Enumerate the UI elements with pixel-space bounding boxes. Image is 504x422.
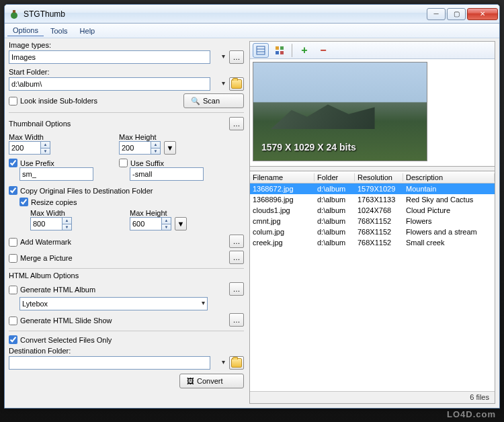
scan-icon: 🔍 bbox=[191, 97, 200, 106]
lytebox-combo[interactable]: Lytebox bbox=[19, 297, 208, 310]
maximize-button[interactable]: ▢ bbox=[447, 8, 466, 20]
col-filename[interactable]: Filename bbox=[250, 173, 314, 181]
cell-resolution: 768X1152 bbox=[355, 228, 403, 236]
table-row[interactable]: colum.jpgd:\album768X1152Flowers and a s… bbox=[250, 226, 495, 237]
file-list[interactable]: Filename Folder Resolution Description 1… bbox=[250, 171, 495, 391]
spin-up-icon[interactable]: ▲ bbox=[41, 141, 50, 148]
spin-down-icon[interactable]: ▼ bbox=[151, 148, 161, 155]
image-types-combo[interactable]: Images bbox=[9, 50, 210, 64]
watermark-more-button[interactable]: … bbox=[229, 235, 244, 248]
preview-thumbnail: 1579 X 1029 X 24 bits bbox=[253, 62, 427, 161]
look-inside-label: Look inside Sub-folders bbox=[20, 97, 97, 105]
titlebar: STGThumb ─ ▢ ✕ bbox=[5, 5, 499, 24]
copy-max-width-spinner[interactable]: ▲▼ bbox=[30, 217, 72, 230]
app-window: STGThumb ─ ▢ ✕ Options Tools Help Image … bbox=[4, 4, 500, 409]
copy-original-checkbox[interactable] bbox=[9, 186, 17, 195]
view-thumbnails-button[interactable] bbox=[271, 43, 288, 58]
cell-description: Mountain bbox=[403, 185, 495, 193]
app-icon bbox=[9, 9, 19, 19]
thumb-max-width-spinner[interactable]: ▲▼ bbox=[9, 141, 50, 155]
convert-icon: 🖼 bbox=[187, 377, 194, 385]
copy-max-height-spinner[interactable]: ▲▼ bbox=[130, 217, 171, 230]
html-slide-more-button[interactable]: … bbox=[229, 313, 244, 327]
convert-button-label: Convert bbox=[197, 377, 223, 385]
cell-folder: d:\album bbox=[314, 239, 355, 247]
start-folder-combo[interactable]: d:\album\ bbox=[9, 77, 210, 91]
image-types-more-button[interactable]: … bbox=[229, 50, 244, 64]
spin-down-icon[interactable]: ▼ bbox=[162, 224, 171, 231]
minimize-button[interactable]: ─ bbox=[427, 8, 446, 20]
resize-copies-checkbox[interactable] bbox=[19, 198, 28, 206]
add-watermark-label: Add Watermark bbox=[20, 238, 71, 246]
copy-height-dropdown-button[interactable]: ▼ bbox=[175, 217, 187, 230]
folder-icon bbox=[231, 79, 242, 89]
menu-help[interactable]: Help bbox=[75, 26, 101, 36]
svg-rect-5 bbox=[276, 46, 279, 50]
scan-button[interactable]: 🔍 Scan bbox=[183, 93, 244, 108]
cell-folder: d:\album bbox=[314, 217, 355, 225]
convert-selected-checkbox[interactable] bbox=[9, 335, 17, 344]
browse-start-folder-button[interactable] bbox=[229, 77, 244, 91]
window-title: STGThumb bbox=[24, 9, 425, 19]
svg-rect-8 bbox=[280, 51, 284, 54]
view-details-button[interactable] bbox=[253, 43, 269, 58]
spin-up-icon[interactable]: ▲ bbox=[62, 217, 72, 224]
col-folder[interactable]: Folder bbox=[314, 173, 355, 181]
spin-up-icon[interactable]: ▲ bbox=[162, 217, 171, 224]
copy-max-height-label: Max Height bbox=[130, 209, 167, 217]
use-suffix-checkbox[interactable] bbox=[119, 159, 128, 167]
spin-up-icon[interactable]: ▲ bbox=[151, 141, 161, 148]
use-prefix-checkbox[interactable] bbox=[9, 159, 17, 167]
cell-folder: d:\album bbox=[314, 185, 355, 193]
col-resolution[interactable]: Resolution bbox=[355, 173, 403, 181]
thumb-max-height-spinner[interactable]: ▲▼ bbox=[119, 141, 161, 155]
menu-options[interactable]: Options bbox=[7, 25, 44, 36]
thumb-max-height-input[interactable] bbox=[119, 141, 151, 155]
cell-folder: d:\album bbox=[314, 206, 355, 214]
thumb-max-width-input[interactable] bbox=[9, 141, 41, 155]
spin-down-icon[interactable]: ▼ bbox=[41, 148, 50, 155]
resize-copies-label: Resize copies bbox=[31, 198, 77, 206]
cell-filename: 1368896.jpg bbox=[250, 196, 314, 204]
table-row[interactable]: 1368672.jpgd:\album1579X1029Mountain bbox=[250, 183, 495, 194]
gen-html-slide-checkbox[interactable] bbox=[9, 316, 17, 325]
html-album-more-button[interactable]: … bbox=[229, 282, 244, 296]
plus-icon: + bbox=[301, 44, 307, 56]
table-row[interactable]: creek.jpgd:\album768X1152Small creek bbox=[250, 237, 495, 248]
col-description[interactable]: Description bbox=[403, 173, 495, 181]
merge-picture-label: Merge a Picture bbox=[20, 254, 73, 262]
merge-picture-checkbox[interactable] bbox=[9, 254, 17, 263]
look-inside-checkbox[interactable] bbox=[9, 97, 17, 106]
folder-icon bbox=[231, 358, 242, 368]
status-bar: 6 files bbox=[250, 391, 495, 403]
thumb-height-dropdown-button[interactable]: ▼ bbox=[164, 141, 176, 155]
dest-folder-combo[interactable]: d:\album\test bbox=[9, 356, 210, 370]
thumb-options-more-button[interactable]: … bbox=[229, 117, 244, 130]
convert-button[interactable]: 🖼 Convert bbox=[179, 374, 244, 388]
cell-filename: cmnt.jpg bbox=[250, 217, 314, 225]
dest-folder-label: Destination Folder: bbox=[9, 347, 244, 355]
remove-button[interactable]: − bbox=[315, 43, 331, 58]
copy-max-height-input[interactable] bbox=[130, 217, 162, 230]
add-watermark-checkbox[interactable] bbox=[9, 238, 17, 247]
copy-max-width-input[interactable] bbox=[30, 217, 62, 230]
table-row[interactable]: clouds1.jpgd:\album1024X768Cloud Picture bbox=[250, 205, 495, 216]
use-suffix-label: Use Suffix bbox=[130, 159, 164, 167]
gen-html-album-checkbox[interactable] bbox=[9, 286, 17, 294]
suffix-input[interactable] bbox=[130, 167, 204, 181]
toolbar-separator bbox=[292, 44, 292, 57]
close-button[interactable]: ✕ bbox=[467, 8, 498, 20]
merge-picture-more-button[interactable]: … bbox=[229, 251, 244, 264]
html-album-options-label: HTML Album Options bbox=[9, 271, 244, 280]
copy-max-width-label: Max Width bbox=[30, 209, 65, 217]
preview-dimensions: 1579 X 1029 X 24 bits bbox=[261, 142, 356, 153]
add-button[interactable]: + bbox=[296, 43, 312, 58]
table-row[interactable]: cmnt.jpgd:\album768X1152Flowers bbox=[250, 216, 495, 226]
thumb-max-height-label: Max Height bbox=[119, 133, 157, 141]
cell-description: Flowers bbox=[403, 217, 495, 225]
spin-down-icon[interactable]: ▼ bbox=[62, 224, 72, 231]
prefix-input[interactable] bbox=[19, 167, 93, 181]
menu-tools[interactable]: Tools bbox=[45, 26, 73, 36]
table-row[interactable]: 1368896.jpgd:\album1763X1133Red Sky and … bbox=[250, 194, 495, 205]
browse-dest-folder-button[interactable] bbox=[229, 356, 244, 370]
